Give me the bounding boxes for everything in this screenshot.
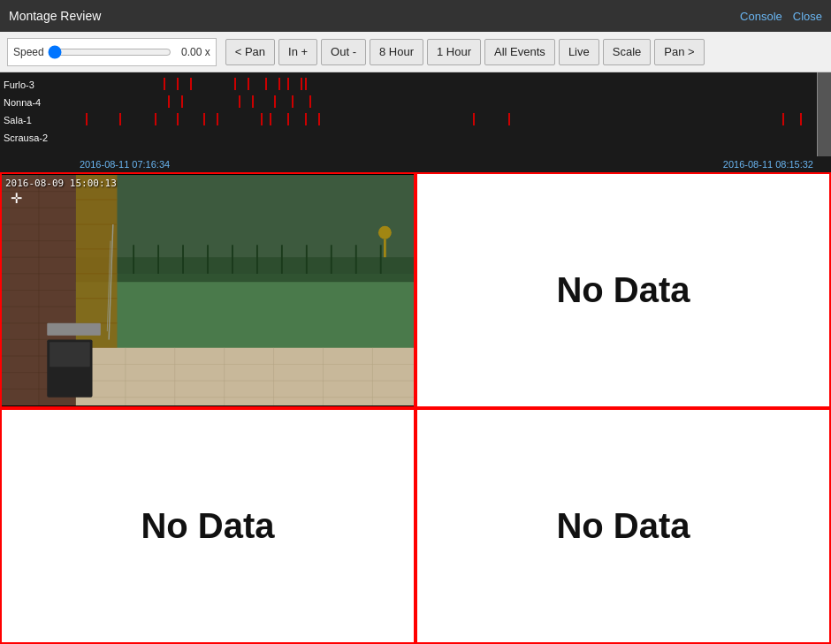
video-grid: 2016-08-09 15:00:13 ✛ No Data No Data No… (0, 172, 831, 644)
camera-cell-bottomleft: No Data (0, 408, 416, 644)
toolbar: Speed 0.00 x < Pan In + Out - 8 Hour 1 H… (0, 32, 831, 72)
timeline-tick (278, 78, 280, 90)
timeline-row: Furlo-3 (0, 76, 831, 94)
timeline-tick (252, 95, 254, 108)
timeline-tick (248, 78, 249, 90)
timeline-tick (217, 113, 218, 125)
no-data-label-tr: No Data (556, 270, 690, 310)
timeline-track[interactable] (75, 76, 831, 94)
camera-scene: 2016-08-09 15:00:13 ✛ (2, 174, 414, 406)
timeline-tick (305, 78, 307, 90)
live-button[interactable]: Live (559, 39, 599, 65)
camera-scene-svg (2, 174, 414, 406)
timeline-tick (265, 78, 267, 90)
timeline-track[interactable] (75, 111, 831, 129)
speed-value: 0.00 x (175, 46, 210, 58)
scale-button[interactable]: Scale (603, 39, 652, 65)
svg-rect-38 (50, 342, 90, 367)
speed-slider[interactable] (48, 45, 172, 59)
svg-rect-41 (47, 323, 101, 336)
timeline-tick (318, 113, 320, 125)
timeline-tick (261, 113, 263, 125)
timeline-tick (164, 78, 165, 90)
8hour-button[interactable]: 8 Hour (370, 39, 423, 65)
topbar-links: Console Close (740, 10, 822, 23)
timeline-tick (782, 113, 784, 125)
no-data-label-br: No Data (556, 506, 690, 546)
svg-point-53 (378, 226, 392, 239)
speed-label: Speed (13, 46, 44, 58)
timeline-tick (168, 95, 170, 108)
timeline-tick (292, 95, 294, 108)
timeline-tick (239, 95, 240, 108)
camera-crosshair: ✛ (11, 190, 22, 207)
timeline-row-label: Sala-1 (0, 115, 75, 125)
app-title: Montage Review (9, 9, 101, 23)
timeline-rows: Furlo-3Nonna-4Sala-1Scrausa-2 (0, 76, 831, 147)
timeline-tick (800, 113, 802, 125)
timeline-tick (309, 95, 311, 108)
1hour-button[interactable]: 1 Hour (427, 39, 481, 65)
no-data-label-bl: No Data (141, 506, 274, 546)
timestamp-left: 2016-08-11 07:16:34 (80, 159, 170, 170)
pan-left-button[interactable]: < Pan (225, 39, 275, 65)
timeline-row-label: Furlo-3 (0, 80, 75, 90)
zoom-out-button[interactable]: Out - (321, 39, 366, 65)
timeline-tick (177, 78, 179, 90)
timeline-area: Furlo-3Nonna-4Sala-1Scrausa-2 (0, 72, 831, 156)
timeline-tick (177, 113, 179, 125)
timeline-tick (86, 113, 88, 125)
timestamp-right: 2016-08-11 08:15:32 (723, 159, 813, 170)
topbar: Montage Review Console Close (0, 0, 831, 32)
timeline-tick (473, 113, 475, 125)
timeline-track[interactable] (75, 94, 831, 111)
timeline-row-label: Scrausa-2 (0, 133, 75, 143)
timeline-tick (287, 113, 289, 125)
timeline-tick (203, 113, 205, 125)
camera-cell-bottomright: No Data (416, 408, 831, 644)
timeline-tick (234, 78, 236, 90)
all-events-button[interactable]: All Events (484, 39, 555, 65)
close-link[interactable]: Close (793, 10, 822, 23)
timeline-tick (287, 78, 289, 90)
timeline-row-label: Nonna-4 (0, 97, 75, 108)
timeline-row: Scrausa-2 (0, 129, 831, 147)
timeline-tick (274, 95, 276, 108)
timeline-scrollbar[interactable] (817, 72, 831, 156)
timeline-row: Sala-1 (0, 111, 831, 129)
timeline-tick (301, 78, 302, 90)
camera-timestamp: 2016-08-09 15:00:13 (5, 178, 117, 189)
pan-right-button[interactable]: Pan > (654, 39, 704, 65)
camera-cell-topright: No Data (416, 172, 831, 408)
timeline-tick (508, 113, 510, 125)
console-link[interactable]: Console (740, 10, 782, 23)
timeline-tick (119, 113, 121, 125)
speed-control: Speed 0.00 x (7, 38, 217, 66)
timeline-tick (181, 95, 183, 108)
svg-rect-27 (76, 348, 414, 405)
timeline-tick (190, 78, 192, 90)
zoom-in-button[interactable]: In + (278, 39, 317, 65)
timeline-track[interactable] (75, 129, 831, 147)
timestamps: 2016-08-11 07:16:34 2016-08-11 08:15:32 (0, 156, 831, 172)
timeline-row: Nonna-4 (0, 94, 831, 111)
timeline-tick (155, 113, 156, 125)
timeline-tick (270, 113, 271, 125)
camera-cell-topleft: 2016-08-09 15:00:13 ✛ (0, 172, 416, 408)
timeline-tick (305, 113, 307, 125)
